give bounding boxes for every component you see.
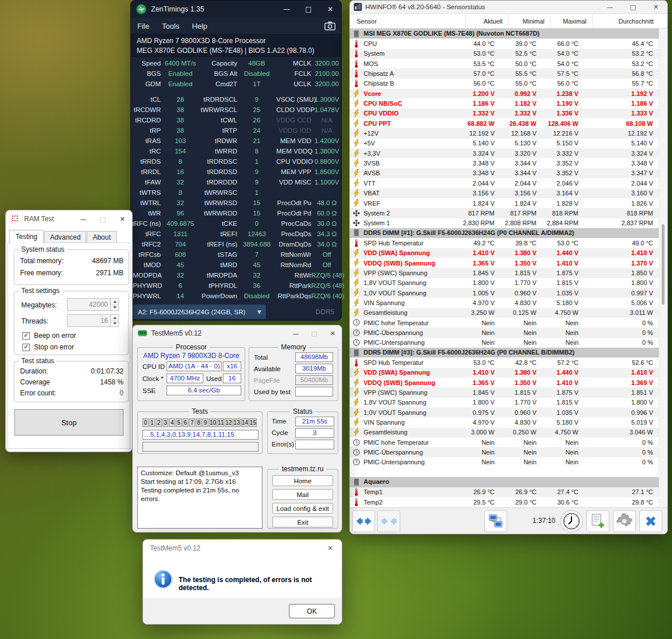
spinner-buttons[interactable]	[110, 315, 118, 326]
sensor-row[interactable]: Vcore1.200 V0.992 V1.238 V1.192 V	[350, 88, 659, 98]
sensor-row[interactable]: VBAT3.156 V3.156 V3.164 V3.160 V	[350, 188, 659, 198]
sensor-row[interactable]: Gesamtleistung3.250 W0.125 W4.750 W3.011…	[350, 308, 659, 318]
maximize-button[interactable]: □	[621, 1, 644, 14]
test-1-button[interactable]: 1	[149, 418, 156, 427]
column-minimal[interactable]: Minimal	[509, 14, 551, 29]
menu-help[interactable]: Help	[186, 22, 214, 30]
test-9-button[interactable]: 9	[202, 418, 208, 427]
sensor-row[interactable]: 1,0V VOUT Spannung1.005 V0.960 V1.035 V0…	[350, 288, 659, 298]
menu-tools[interactable]: Tools	[156, 22, 186, 30]
sensor-row[interactable]: PMIC hohe TemperaturNeinNeinNein0 %	[350, 437, 659, 447]
sensor-row[interactable]: +12V12.192 V12.168 V12.216 V12.192 V	[350, 128, 659, 138]
stop-button[interactable]: Stop	[14, 409, 123, 436]
threads-stepper[interactable]: 16	[67, 314, 119, 327]
close-button[interactable]: ✕	[319, 540, 342, 557]
sensor-row[interactable]: PMIC-ÜberspannungNeinNeinNein0 %	[350, 447, 659, 457]
link-button-2[interactable]: Load config & exit	[272, 503, 333, 514]
dimm-select-dropdown[interactable]: A2: F5-6000J2636H24G (24GB, SR) ▼	[133, 305, 266, 319]
ramtest-titlebar[interactable]: RAM Test — □ ✕	[6, 210, 132, 228]
sensor-row[interactable]: SPD Hub Temperatur53.0 °C42.8 °C57.2 °C5…	[350, 357, 659, 367]
sensor-row[interactable]: VPP (SWC) Spannung1.845 V1.815 V1.875 V1…	[350, 387, 659, 397]
close-button[interactable]: ✕	[113, 211, 132, 227]
clock-button[interactable]	[560, 510, 583, 532]
test-15-button[interactable]: 15	[249, 418, 257, 427]
tab-advanced[interactable]: Advanced	[44, 231, 86, 244]
test-10-button[interactable]: 10	[209, 418, 217, 427]
sensor-row[interactable]: Gesamtleistung3.000 W0.250 W4.750 W3.046…	[350, 428, 659, 437]
test-3-button[interactable]: 3	[163, 418, 169, 427]
megabytes-stepper[interactable]: 42000	[67, 298, 119, 311]
sensor-row[interactable]: VIN Spannung4.970 V4.830 V5.180 V5.019 V	[350, 417, 659, 427]
test-2-button[interactable]: 2	[156, 418, 162, 427]
screenshot-camera-icon[interactable]	[325, 21, 335, 30]
settings-button[interactable]	[613, 510, 636, 532]
sensor-row[interactable]: CPU PPT68.882 W26.438 W128.406 W68.108 W	[350, 118, 659, 128]
test-12-button[interactable]: 12	[225, 418, 232, 427]
remote-monitoring-button[interactable]	[484, 510, 507, 532]
sensor-row[interactable]: PMIC-ÜberspannungNeinNeinNein0 %	[350, 328, 659, 337]
stop-on-error-checkbox[interactable]: Stop on error	[22, 343, 74, 351]
test-4-button[interactable]: 4	[169, 418, 175, 427]
close-button[interactable]: ✕	[319, 1, 341, 18]
test-5-button[interactable]: 5	[176, 418, 182, 427]
sensor-row[interactable]: +5V5.140 V5.130 V5.150 V5.140 V	[350, 138, 659, 148]
sensor-row[interactable]: VDD (SWA) Spannung1.410 V1.380 V1.440 V1…	[350, 368, 659, 378]
sensor-row[interactable]: System 12,830 RPM2,808 RPM2,884 RPM2,837…	[350, 218, 659, 228]
sensor-row[interactable]: VTT2.044 V2.044 V2.046 V2.044 V	[350, 178, 659, 188]
close-button[interactable]: ✕	[323, 325, 342, 341]
sensor-row[interactable]: Temp126.9 °C26.9 °C27.4 °C27.1 °C	[350, 487, 659, 497]
sensor-row[interactable]: SPD Hub Temperatur49.2 °C39.8 °C53.0 °C4…	[350, 238, 659, 248]
link-button-3[interactable]: Exit	[272, 517, 333, 528]
sensor-row[interactable]: 3VSB3.348 V3.344 V3.352 V3.348 V	[350, 158, 659, 168]
sensor-row[interactable]: MOS53.5 °C50.0 °C54.0 °C53.2 °C	[350, 59, 659, 68]
report-button[interactable]	[586, 510, 609, 532]
test-11-button[interactable]: 11	[217, 418, 224, 427]
sensor-row[interactable]: VREF1.824 V1.824 V1.828 V1.826 V	[350, 198, 659, 208]
sensor-row[interactable]: CPU44.0 °C39.0 °C66.0 °C45.4 °C	[350, 39, 659, 48]
testmem5-titlebar[interactable]: TestMem5 v0.12 — □ ✕	[133, 325, 342, 341]
sensor-row[interactable]: VDDQ (SWB) Spannung1.365 V1.350 V1.410 V…	[350, 378, 659, 387]
vertical-scrollbar[interactable]	[659, 29, 667, 507]
test-14-button[interactable]: 14	[241, 418, 249, 427]
test-6-button[interactable]: 6	[183, 418, 189, 427]
minimize-button[interactable]: —	[287, 325, 305, 341]
sensor-row[interactable]: CPU NB/SoC1.186 V1.182 V1.190 V1.186 V	[350, 98, 659, 108]
close-button[interactable]: ✕	[644, 1, 667, 14]
expand-sensors-button[interactable]	[352, 510, 375, 532]
sensor-section-row[interactable]: DDR5 DIMM [#1]: G.Skill F5-6000J2636H24G…	[350, 228, 659, 238]
sensor-row[interactable]: Chipsatz B56.0 °C55.0 °C56.0 °C55.7 °C	[350, 79, 659, 88]
sensor-row[interactable]: PMIC-UnterspannungNeinNeinNein0 %	[350, 338, 659, 348]
sensor-row[interactable]: VPP (SWC) Spannung1.845 V1.815 V1.875 V1…	[350, 268, 659, 278]
close-sensors-button[interactable]	[639, 510, 662, 532]
minimize-button[interactable]: —	[598, 1, 621, 14]
sensor-row[interactable]: VIN Spannung4.970 V4.830 V5.180 V5.006 V	[350, 298, 659, 307]
spinner-buttons[interactable]	[110, 299, 118, 310]
dialog-titlebar[interactable]: TestMem5 v0.12 ✕	[143, 540, 342, 557]
tab-about[interactable]: About	[87, 231, 116, 244]
column-aktuell[interactable]: Aktuell	[466, 14, 509, 29]
maximize-button[interactable]: □	[298, 1, 319, 18]
menu-file[interactable]: File	[131, 22, 156, 30]
link-button-1[interactable]: Mail	[272, 489, 333, 500]
column-durchschnitt[interactable]: Durchschnitt	[593, 14, 667, 29]
sensor-row[interactable]: PMIC hohe TemperaturNeinNeinNein0 %	[350, 318, 659, 328]
tab-testing[interactable]: Testing	[9, 230, 44, 244]
sensor-row[interactable]: AVSB3.348 V3.344 V3.352 V3.347 V	[350, 168, 659, 178]
column-sensor[interactable]: Sensor	[350, 14, 466, 29]
sensor-row[interactable]: +3,3V3.324 V3.320 V3.332 V3.324 V	[350, 148, 659, 158]
scrollbar-thumb[interactable]	[662, 224, 665, 305]
beep-on-error-checkbox[interactable]: Beep on error	[22, 332, 76, 340]
test-log-box[interactable]: Customize: Default @1usmus_v3Start testi…	[137, 467, 262, 529]
ok-button[interactable]: OK	[289, 604, 335, 618]
sensor-section-row[interactable]: MSI MEG X870E GODLIKE (MS-7E48) (Nuvoton…	[350, 29, 659, 39]
sensor-row[interactable]: Chipsatz A57.0 °C55.5 °C57.5 °C56.8 °C	[350, 68, 659, 78]
sensor-section-row[interactable]: DDR5 DIMM [#3]: G.Skill F5-6000J2636H24G…	[350, 348, 659, 357]
column-maximal[interactable]: Maximal	[551, 14, 593, 29]
link-button-0[interactable]: Home	[272, 475, 333, 486]
test-0-button[interactable]: 0	[142, 418, 149, 427]
sensor-row[interactable]: VDDQ (SWB) Spannung1.365 V1.350 V1.410 V…	[350, 258, 659, 268]
sensor-section-row[interactable]: Aquaero	[350, 477, 659, 487]
test-7-button[interactable]: 7	[189, 418, 195, 427]
test-8-button[interactable]: 8	[196, 418, 202, 427]
test-13-button[interactable]: 13	[233, 418, 241, 427]
